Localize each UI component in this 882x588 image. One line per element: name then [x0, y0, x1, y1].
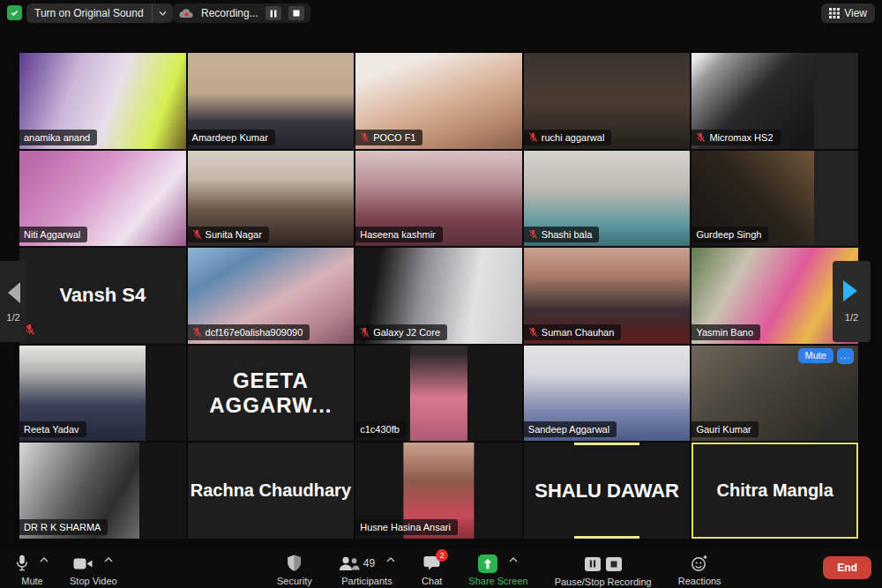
tile-shalu-dawar[interactable]: SHALU DAWAR [524, 443, 691, 539]
muted-mic-icon [696, 132, 706, 143]
tile-husne-hasina-ansari[interactable]: Husne Hasina Ansari [355, 443, 522, 539]
name-label: dcf167e0alisha909090 [188, 324, 310, 340]
tile-geeta-aggarwal[interactable]: GEETA AGGARW... [188, 346, 355, 442]
reactions-smiley-icon [691, 555, 708, 572]
chevron-up-icon[interactable] [386, 557, 395, 562]
name-label: Yasmin Bano [691, 324, 760, 340]
name-label: Gurdeep Singh [691, 227, 768, 242]
participant-name-centered: Vansh S4 [19, 248, 186, 344]
original-sound-button[interactable]: Turn on Original Sound [26, 4, 173, 23]
top-bar: Turn on Original Sound Recording... View [0, 0, 882, 26]
page-indicator: 1/2 [833, 312, 871, 323]
mute-button[interactable]: Mute [16, 555, 49, 586]
chevron-up-icon[interactable] [104, 557, 113, 562]
end-meeting-button[interactable]: End [823, 556, 871, 579]
view-button[interactable]: View [821, 4, 875, 23]
grid-view-icon [829, 8, 840, 19]
meeting-toolbar: Mute Stop Video Security [0, 548, 882, 588]
muted-mic-icon [360, 132, 370, 143]
more-options-button[interactable]: ... [837, 348, 854, 364]
tile-anamika-anand[interactable]: anamika anand [19, 53, 186, 149]
recording-label: Recording... [201, 7, 258, 19]
tile-rachna-chaudhary[interactable]: Rachna Chaudhary [188, 443, 355, 539]
participants-button[interactable]: 49 Participants [339, 555, 395, 587]
tile-galaxy-j2-core[interactable]: Galaxy J2 Core [355, 248, 522, 344]
participants-icon [339, 556, 360, 571]
tile-dr-r-k-sharma[interactable]: DR R K SHARMA [19, 443, 186, 539]
name-label: Haseena kashmir [355, 227, 443, 242]
pause-recording-icon[interactable] [265, 6, 281, 20]
previous-page-arrow-icon[interactable] [8, 282, 20, 303]
name-label: Reeta Yadav [19, 421, 86, 437]
tile-gurdeep-singh[interactable]: Gurdeep Singh [691, 151, 858, 247]
original-sound-label: Turn on Original Sound [26, 7, 152, 19]
name-label: Sandeep Aggarwal [524, 421, 617, 437]
video-camera-icon [73, 557, 93, 570]
tile-ruchi-aggarwal[interactable]: ruchi aggarwal [524, 53, 691, 149]
tile-shashi-bala[interactable]: Shashi bala [524, 151, 691, 247]
tile-sandeep-aggarwal[interactable]: Sandeep Aggarwal [524, 346, 691, 442]
tile-haseena-kashmir[interactable]: Haseena kashmir [355, 151, 522, 247]
tile-suman-chauhan[interactable]: Suman Chauhan [524, 248, 691, 344]
tile-reeta-yadav[interactable]: Reeta Yadav [19, 346, 186, 442]
tile-c1c430fb[interactable]: c1c430fb [355, 346, 522, 442]
chevron-up-icon[interactable] [509, 557, 518, 562]
chat-unread-badge: 2 [436, 549, 448, 562]
name-label: Shashi bala [524, 227, 600, 242]
participant-name-centered: SHALU DAWAR [524, 443, 691, 539]
name-label: Micromax HS2 [691, 130, 780, 145]
shield-icon [287, 555, 302, 572]
muted-mic-icon [192, 327, 202, 338]
chat-button[interactable]: 2 Chat [422, 555, 442, 587]
next-page-arrow-icon[interactable] [843, 280, 857, 301]
participant-name-centered: Chitra Mangla [693, 444, 856, 537]
participant-name-centered: Rachna Chaudhary [188, 443, 355, 539]
cloud-recording-icon [179, 8, 194, 19]
security-verified-icon [7, 5, 22, 20]
name-label: Amardeep Kumar [188, 130, 275, 145]
chevron-up-icon[interactable] [40, 557, 49, 562]
security-button[interactable]: Security [277, 555, 312, 587]
page-indicator: 1/2 [0, 312, 26, 323]
tile-sunita-nagar[interactable]: Sunita Nagar [188, 151, 355, 247]
name-label: anamika anand [19, 130, 97, 145]
muted-mic-icon [192, 229, 202, 240]
name-label: DR R K SHARMA [19, 519, 108, 535]
participant-name-centered: GEETA AGGARW... [188, 346, 355, 442]
name-label: Niti Aggarwal [19, 227, 87, 242]
gallery-grid: anamika anand Amardeep Kumar POCO F1 ruc… [19, 53, 858, 539]
stop-video-button[interactable]: Stop Video [70, 555, 117, 586]
muted-mic-icon [528, 132, 538, 143]
tile-vansh-s4[interactable]: Vansh S4 [19, 248, 186, 344]
video-area [410, 346, 467, 442]
microphone-icon [16, 555, 28, 572]
name-label: POCO F1 [355, 130, 422, 145]
reactions-button[interactable]: Reactions [678, 555, 721, 587]
tile-amardeep-kumar[interactable]: Amardeep Kumar [188, 53, 355, 149]
name-label: Suman Chauhan [524, 324, 622, 340]
share-screen-button[interactable]: Share Screen [468, 555, 527, 587]
name-label: Galaxy J2 Core [355, 324, 447, 340]
view-label: View [844, 7, 867, 19]
tile-gauri-kumar[interactable]: Mute ... Gauri Kumar [691, 346, 858, 442]
tile-chitra-mangla-active-speaker[interactable]: Chitra Mangla [691, 443, 858, 539]
chevron-down-icon[interactable] [152, 4, 173, 23]
name-label: Husne Hasina Ansari [355, 519, 458, 535]
muted-mic-icon [528, 229, 538, 240]
muted-mic-icon [360, 327, 370, 338]
pause-stop-recording-button[interactable]: Pause/Stop Recording [555, 555, 652, 587]
tile-niti-aggarwal[interactable]: Niti Aggarwal [19, 151, 186, 247]
name-label: ruchi aggarwal [524, 130, 612, 145]
tile-micromax-hs2[interactable]: Micromax HS2 [691, 53, 858, 149]
name-label: Sunita Nagar [188, 227, 269, 242]
recording-indicator: Recording... [173, 4, 310, 23]
tile-dcf167e0alisha909090[interactable]: dcf167e0alisha909090 [188, 248, 355, 344]
share-screen-icon [478, 555, 497, 573]
mute-participant-button[interactable]: Mute [798, 348, 833, 363]
stop-recording-icon[interactable] [606, 557, 622, 571]
tile-poco-f1[interactable]: POCO F1 [355, 53, 522, 149]
next-page-panel: 1/2 [833, 261, 871, 342]
name-label: Gauri Kumar [691, 421, 758, 437]
stop-recording-icon[interactable] [288, 6, 304, 20]
pause-recording-icon[interactable] [585, 557, 601, 571]
